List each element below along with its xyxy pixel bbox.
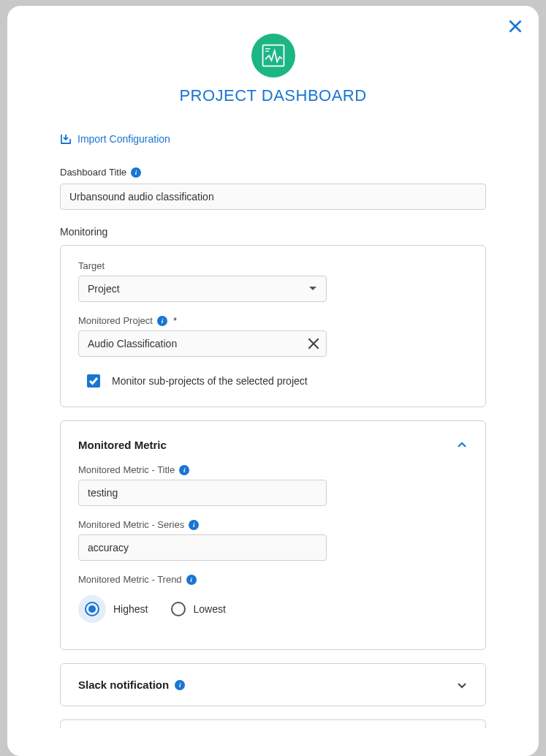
monitored-project-input[interactable] (78, 330, 327, 357)
slack-notification-panel: Slack notification i (60, 663, 486, 706)
chevron-down-icon (456, 679, 468, 691)
info-icon[interactable]: i (175, 680, 185, 690)
close-icon (308, 338, 319, 349)
clear-monitored-project-button[interactable] (308, 338, 319, 349)
modal-title: PROJECT DASHBOARD (44, 86, 502, 105)
slack-notification-panel-header[interactable]: Slack notification i (78, 678, 468, 691)
required-indicator: * (173, 315, 177, 326)
metric-title-input[interactable] (78, 480, 327, 506)
close-icon (508, 19, 523, 34)
metric-series-label: Monitored Metric - Series i (78, 519, 327, 530)
target-select[interactable]: Project (78, 276, 327, 302)
trend-highest-label: Highest (113, 603, 148, 615)
dashboard-header-icon (251, 34, 295, 78)
monitored-metric-panel: Monitored Metric Monitored Metric - Titl… (60, 420, 486, 650)
chevron-up-icon (456, 439, 468, 451)
check-icon (88, 376, 99, 386)
monitored-project-label: Monitored Project i * (78, 315, 468, 326)
monitoring-section-label: Monitoring (60, 226, 486, 238)
target-label: Target (78, 260, 468, 271)
import-link-label: Import Configuration (77, 133, 170, 145)
monitored-metric-panel-header[interactable]: Monitored Metric (78, 439, 468, 451)
metric-trend-label: Monitored Metric - Trend i (78, 574, 468, 585)
metric-title-label: Monitored Metric - Title i (78, 464, 327, 475)
project-dashboard-modal: PROJECT DASHBOARD Import Configuration D… (7, 6, 539, 756)
dashboard-title-input[interactable] (60, 184, 486, 210)
trend-lowest-radio[interactable]: Lowest (171, 602, 225, 616)
trend-highest-radio[interactable]: Highest (78, 595, 148, 623)
monitor-subprojects-checkbox[interactable] (87, 374, 100, 388)
info-icon[interactable]: i (189, 520, 199, 530)
close-button[interactable] (508, 19, 523, 34)
slack-notification-title: Slack notification i (78, 678, 185, 691)
dashboard-title-label: Dashboard Title i (60, 167, 486, 178)
dropdown-icon (308, 286, 317, 292)
trend-lowest-label: Lowest (193, 603, 225, 615)
target-value: Project (88, 283, 120, 295)
metric-series-input[interactable] (78, 534, 327, 561)
import-icon (60, 133, 72, 145)
monitoring-panel: Target Project Monitored Project i * (60, 245, 486, 407)
info-icon[interactable]: i (179, 465, 189, 475)
monitored-metric-title: Monitored Metric (78, 439, 167, 451)
info-icon[interactable]: i (157, 316, 167, 326)
import-configuration-link[interactable]: Import Configuration (60, 133, 502, 145)
info-icon[interactable]: i (186, 575, 197, 585)
info-icon[interactable]: i (131, 167, 141, 178)
next-panel-peek (60, 719, 486, 728)
monitor-subprojects-label: Monitor sub-projects of the selected pro… (112, 375, 308, 387)
